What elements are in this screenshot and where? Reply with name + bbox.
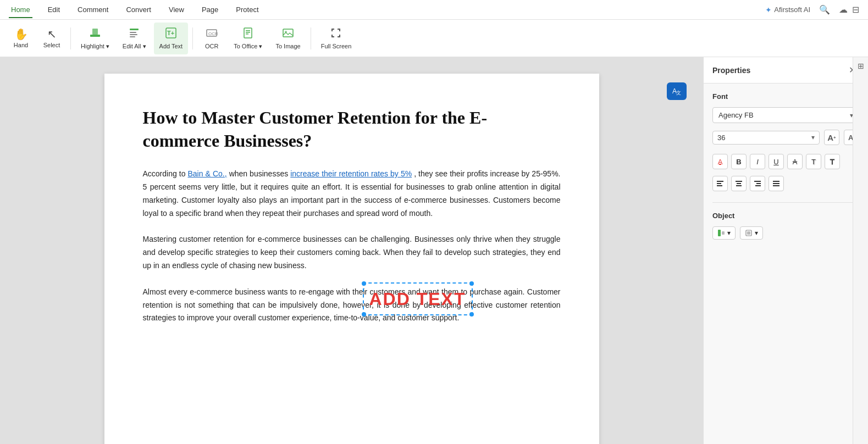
align-center-button[interactable]	[731, 176, 747, 191]
text-outline-button[interactable]: T	[825, 154, 840, 169]
object-align-button[interactable]: ▾	[712, 226, 736, 240]
menu-item-view[interactable]: View	[167, 3, 186, 16]
font-color-button[interactable]: A	[712, 154, 728, 169]
svg-rect-31	[722, 231, 725, 235]
to-image-tool[interactable]: To Image	[270, 23, 306, 54]
align-right-button[interactable]	[750, 176, 765, 191]
select-icon: ↖	[47, 29, 57, 40]
select-tool[interactable]: ↖ Select	[37, 23, 66, 54]
alignment-row	[712, 176, 859, 191]
side-panel-icons: ⊞	[853, 57, 868, 444]
svg-rect-27	[773, 181, 779, 182]
ai-label: Afirstsoft AI	[774, 5, 810, 14]
main-area: How to Master Customer Retention for the…	[0, 57, 868, 444]
properties-header: Properties ✕	[704, 57, 868, 84]
menu-bar: Home Edit Comment Convert View Page Prot…	[0, 0, 868, 20]
svg-rect-3	[130, 32, 136, 33]
italic-button[interactable]: I	[750, 154, 765, 169]
properties-body: Font Agency FB ▾ 36 ▾ A+ A- A	[704, 84, 868, 248]
menu-item-page[interactable]: Page	[200, 3, 220, 16]
object-row: ▾ ▾	[712, 226, 859, 240]
minimize-icon[interactable]: ⊟	[852, 4, 859, 15]
svg-rect-30	[718, 230, 721, 236]
full-screen-tool[interactable]: Full Screen	[316, 23, 357, 54]
menu-item-convert[interactable]: Convert	[124, 3, 153, 16]
to-image-icon	[282, 27, 294, 41]
align-right-icon	[753, 179, 762, 188]
font-family-selector[interactable]: Agency FB ▾	[712, 107, 859, 123]
strikethrough-button[interactable]: A	[787, 154, 803, 169]
to-office-icon	[242, 27, 254, 41]
properties-title: Properties	[712, 66, 750, 75]
svg-rect-20	[717, 185, 722, 186]
ocr-icon: OCR	[206, 27, 218, 41]
select-label: Select	[43, 42, 60, 48]
search-button[interactable]: 🔍	[819, 4, 830, 15]
hand-tool[interactable]: ✋ Hand	[7, 23, 35, 54]
menu-item-home[interactable]: Home	[9, 3, 32, 16]
properties-divider	[712, 202, 859, 203]
menu-right: ✦ Afirstsoft AI 🔍 ☁ ⊟	[765, 4, 859, 15]
menu-item-protect[interactable]: Protect	[234, 3, 261, 16]
svg-rect-22	[737, 183, 741, 184]
to-office-label: To Office ▾	[234, 43, 262, 50]
svg-rect-25	[756, 183, 761, 184]
font-section-title: Font	[712, 92, 859, 101]
underline-button[interactable]: U	[769, 154, 784, 169]
text-shadow-button[interactable]: T	[806, 154, 821, 169]
svg-rect-18	[717, 181, 723, 182]
object-align-label: ▾	[727, 229, 731, 237]
paragraph-1: According to Bain & Co., when businesses…	[143, 168, 561, 220]
svg-rect-21	[736, 181, 742, 182]
translate-button[interactable]: A 文	[667, 82, 687, 100]
ocr-tool[interactable]: OCR OCR	[197, 23, 226, 54]
document-page: How to Master Customer Retention for the…	[104, 74, 599, 444]
object-section-title: Object	[712, 212, 859, 220]
translate-icon: A 文	[671, 86, 682, 97]
svg-text:T+: T+	[167, 30, 174, 36]
retention-link[interactable]: increase their retention rates by 5%	[290, 169, 412, 178]
add-text-placeholder[interactable]: ADD TEXT	[363, 282, 473, 315]
menu-item-comment[interactable]: Comment	[75, 3, 110, 16]
bold-button[interactable]: B	[731, 154, 747, 169]
object-size-button[interactable]: ▾	[740, 226, 763, 240]
formatting-row: A B I U A T	[712, 154, 859, 169]
font-size-increase-button[interactable]: A+	[824, 130, 839, 145]
svg-rect-28	[773, 183, 779, 184]
document-area[interactable]: How to Master Customer Retention for the…	[0, 57, 703, 444]
ai-star-icon: ✦	[765, 5, 772, 14]
svg-rect-29	[773, 185, 779, 186]
strikethrough-icon: A	[793, 158, 798, 166]
object-size-icon	[745, 229, 753, 237]
cloud-icon[interactable]: ☁	[839, 4, 848, 15]
add-text-content: ADD TEXT	[369, 289, 466, 309]
edit-all-tool[interactable]: Edit All ▾	[117, 23, 152, 54]
toolbar: ✋ Hand ↖ Select Highlight ▾ Edit All ▾ T…	[0, 20, 868, 57]
bain-link[interactable]: Bain & Co.,	[188, 169, 227, 178]
panel-icon-1[interactable]: ⊞	[858, 62, 864, 70]
align-justify-icon	[772, 179, 781, 188]
document-title: How to Master Customer Retention for the…	[143, 107, 561, 152]
menu-item-edit[interactable]: Edit	[46, 3, 62, 16]
resize-handle-tl[interactable]	[362, 281, 366, 286]
resize-handle-bl[interactable]	[362, 312, 366, 317]
align-justify-button[interactable]	[769, 176, 784, 191]
paragraph-2: Mastering customer retention for e-comme…	[143, 233, 561, 272]
align-center-icon	[734, 179, 743, 188]
full-screen-icon	[330, 27, 342, 41]
p1-text-mid: when businesses	[229, 169, 291, 178]
svg-text:OCR: OCR	[208, 31, 218, 36]
edit-all-icon	[128, 27, 140, 41]
object-align-icon	[717, 229, 725, 237]
align-left-button[interactable]	[712, 176, 728, 191]
to-office-tool[interactable]: To Office ▾	[228, 23, 268, 54]
svg-rect-24	[754, 181, 761, 182]
highlight-tool[interactable]: Highlight ▾	[75, 23, 115, 54]
separator-1	[70, 27, 71, 49]
ai-button[interactable]: ✦ Afirstsoft AI	[765, 5, 810, 14]
font-size-selector[interactable]: 36 ▾	[712, 131, 820, 145]
resize-handle-tr[interactable]	[469, 281, 474, 286]
resize-handle-br[interactable]	[469, 312, 474, 317]
add-text-label: Add Text	[159, 43, 183, 49]
add-text-tool[interactable]: T+ Add Text	[154, 23, 189, 54]
